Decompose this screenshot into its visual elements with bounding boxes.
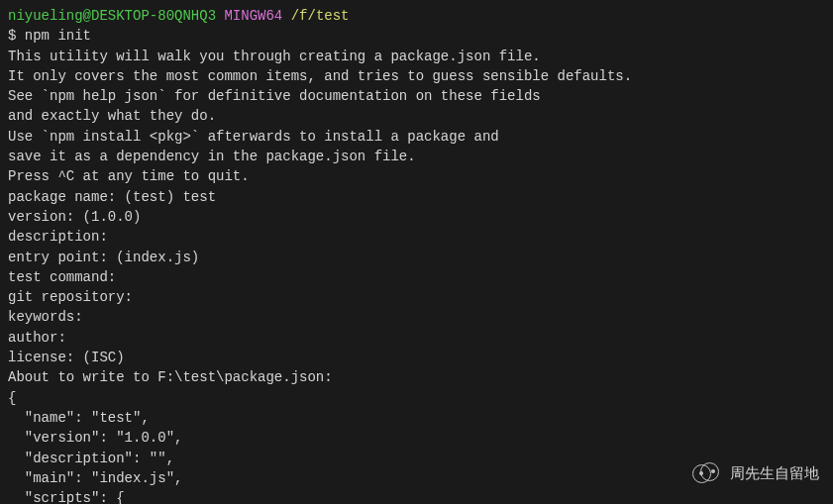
watermark: 周先生自留地 <box>692 462 819 484</box>
output-line: save it as a dependency in the package.j… <box>8 147 825 166</box>
output-line: It only covers the most common items, an… <box>8 66 825 86</box>
output-line: Use `npm install <pkg>` afterwards to in… <box>8 127 825 147</box>
prompt-path: /f/test <box>291 8 350 24</box>
output-line: About to write to F:\test\package.json: <box>8 367 825 387</box>
watermark-text: 周先生自留地 <box>730 462 819 484</box>
output-line: See `npm help json` for definitive docum… <box>8 86 825 106</box>
prompt-user: niyueling@DESKTOP-80QNHQ3 <box>8 8 216 24</box>
output-line: Press ^C at any time to quit. <box>8 166 825 186</box>
output-line: "version": "1.0.0", <box>8 428 825 448</box>
output-line: entry point: (index.js) <box>8 248 825 267</box>
prompt-line[interactable]: niyueling@DESKTOP-80QNHQ3 MINGW64 /f/tes… <box>8 6 825 26</box>
command-line[interactable]: $ npm init <box>8 26 825 46</box>
output-line: "scripts": { <box>8 488 825 504</box>
output-line: { <box>8 388 825 408</box>
output-line: This utility will walk you through creat… <box>8 47 825 66</box>
output-line: "name": "test", <box>8 408 825 428</box>
output-line: version: (1.0.0) <box>8 207 825 227</box>
output-line: package name: (test) test <box>8 187 825 207</box>
output-line: test command: <box>8 267 825 287</box>
wechat-icon <box>692 462 722 484</box>
output-line: description: <box>8 227 825 247</box>
output-line: git repository: <box>8 287 825 307</box>
output-line: keywords: <box>8 307 825 327</box>
output-line: author: <box>8 328 825 348</box>
output-line: license: (ISC) <box>8 348 825 367</box>
prompt-shell: MINGW64 <box>224 8 282 24</box>
output-line: and exactly what they do. <box>8 106 825 126</box>
